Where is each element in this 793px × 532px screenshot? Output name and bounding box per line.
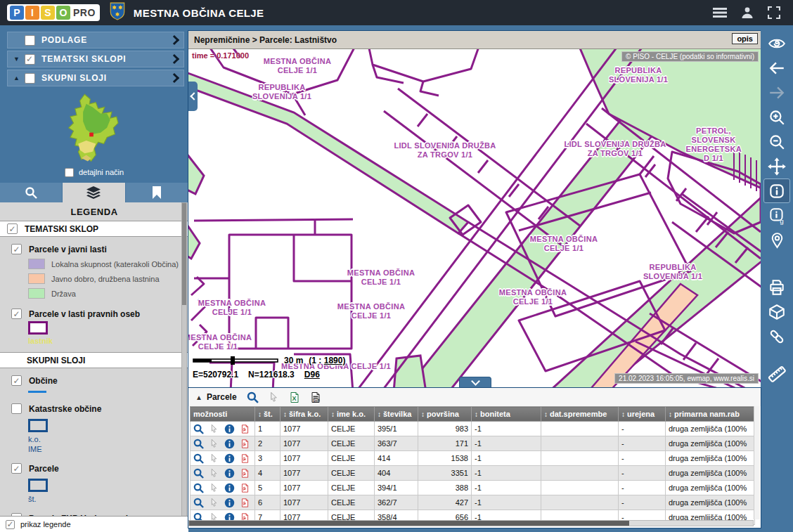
- detail-mode-checkbox[interactable]: [65, 168, 74, 177]
- swatch-label: Lokalna skupnost (katerakoli Občina): [51, 260, 179, 268]
- scale-ratio: (1 : 1890): [309, 356, 345, 365]
- visibility-history-icon[interactable]: [763, 31, 790, 56]
- row-select-button[interactable]: [209, 498, 219, 507]
- tab-layers[interactable]: [63, 183, 125, 202]
- table-select-icon[interactable]: [269, 391, 279, 403]
- map-canvas[interactable]: MESTNA OBČINA CELJE 1/1 REPUBLIKA SLOVEN…: [188, 49, 761, 388]
- row-select-button[interactable]: [209, 468, 219, 478]
- cell-ime: CELJE: [328, 481, 375, 495]
- row-info-button[interactable]: [224, 439, 235, 449]
- row-pdf-button[interactable]: [240, 424, 250, 434]
- row-select-button[interactable]: [209, 453, 219, 463]
- tab-bookmarks[interactable]: [126, 183, 188, 202]
- logo-letter: I: [25, 6, 39, 20]
- col-stevilka[interactable]: ↕številka: [375, 407, 418, 422]
- row-select-button[interactable]: [209, 439, 219, 448]
- row-zoom-button[interactable]: [193, 483, 204, 493]
- location-pin-icon[interactable]: [763, 228, 790, 252]
- obcine-checkbox[interactable]: [11, 375, 22, 386]
- col-urejena[interactable]: ↕urejena: [619, 407, 666, 422]
- legend-scrollbar[interactable]: [181, 202, 187, 517]
- share-link-icon[interactable]: [763, 324, 790, 349]
- col-sifra-ko[interactable]: ↕šifra k.o.: [281, 407, 328, 422]
- info-group-icon[interactable]: g: [763, 203, 790, 228]
- tematski-sklop-checkbox[interactable]: [7, 223, 18, 234]
- row-select-button[interactable]: [209, 424, 219, 434]
- tab-search[interactable]: [0, 183, 63, 202]
- table-vertical-scrollbar[interactable]: [754, 406, 760, 519]
- table-collapse-toggle[interactable]: ▲ Parcele: [195, 392, 237, 402]
- row-pdf-button[interactable]: [240, 439, 250, 449]
- row-zoom-button[interactable]: [193, 424, 204, 434]
- user-icon[interactable]: [741, 6, 754, 19]
- scrollbar-thumb[interactable]: [189, 521, 629, 526]
- piso-logo[interactable]: P I S O PRO: [7, 4, 100, 21]
- col-st[interactable]: ↕št.: [255, 407, 281, 422]
- row-info-button[interactable]: [224, 498, 235, 508]
- datum-link[interactable]: D96: [304, 370, 320, 379]
- timestamp-badge: 21.02.2023 16:05:05, ewmap, www.realis.s…: [614, 373, 759, 384]
- sidebar-collapse-tab[interactable]: [188, 82, 198, 111]
- row-info-button[interactable]: [224, 483, 235, 493]
- scale-ratio-link[interactable]: 1890: [324, 356, 343, 365]
- zoom-in-icon[interactable]: [763, 105, 790, 129]
- accordion-tematski-sklopi[interactable]: ▼ TEMATSKI SKLOPI: [7, 51, 184, 67]
- forward-icon[interactable]: [763, 80, 790, 105]
- measure-icon[interactable]: [763, 361, 790, 386]
- opis-button[interactable]: opis: [732, 33, 758, 44]
- katastrske-checkbox[interactable]: [11, 403, 22, 414]
- row-select-button[interactable]: [209, 483, 219, 493]
- row-info-button[interactable]: [224, 424, 235, 434]
- excel-export-icon[interactable]: X: [289, 391, 300, 403]
- row-pdf-button[interactable]: [240, 498, 250, 508]
- row-pdf-button[interactable]: [240, 483, 250, 493]
- pan-icon[interactable]: [763, 154, 790, 179]
- cell-sifra: 1077: [281, 422, 328, 436]
- menu-icon[interactable]: [713, 7, 727, 18]
- print-icon[interactable]: [763, 275, 790, 299]
- table-search-icon[interactable]: [247, 391, 259, 403]
- parcele-pravne-checkbox[interactable]: [11, 309, 22, 319]
- table-collapse-button[interactable]: [459, 377, 491, 388]
- 3d-view-icon[interactable]: [763, 299, 790, 324]
- map-breadcrumb-bar: Nepremičnine > Parcele: Lastništvo opis: [188, 31, 761, 49]
- col-ime-ko[interactable]: ↕ime k.o.: [328, 407, 375, 422]
- row-zoom-button[interactable]: [193, 453, 204, 464]
- col-boniteta[interactable]: ↕boniteta: [472, 407, 541, 422]
- shp-export-icon[interactable]: SHP: [310, 391, 321, 403]
- prikaz-legende-label: prikaz legende: [20, 520, 71, 528]
- legend-swatch-row: Država: [0, 286, 188, 301]
- parcele-checkbox[interactable]: [11, 463, 22, 474]
- triangle-down-icon[interactable]: ▼: [13, 56, 25, 63]
- parcele-sublabel: št.: [0, 494, 188, 504]
- row-zoom-button[interactable]: [193, 468, 204, 479]
- piso-app: P I S O PRO MESTNA OBČINA CELJE: [0, 0, 793, 532]
- municipality-overview-map[interactable]: [41, 93, 147, 164]
- section-title: TEMATSKI SKLOP: [25, 224, 98, 234]
- row-zoom-button[interactable]: [193, 439, 204, 449]
- row-pdf-button[interactable]: [240, 453, 250, 464]
- row-info-button[interactable]: [224, 468, 235, 479]
- accordion-podlage[interactable]: PODLAGE: [7, 32, 184, 48]
- triangle-up-icon[interactable]: ▲: [13, 74, 25, 82]
- cell-povrsina: 388: [418, 481, 472, 495]
- podlage-checkbox[interactable]: [25, 35, 35, 46]
- fullscreen-icon[interactable]: [768, 6, 780, 19]
- prikaz-legende-checkbox[interactable]: [6, 520, 15, 529]
- col-dat-spremembe[interactable]: ↕dat.spremembe: [541, 407, 619, 422]
- cell-urejena: -: [619, 451, 666, 466]
- zoom-out-icon[interactable]: [763, 129, 790, 154]
- skupni-sloji-checkbox[interactable]: [25, 73, 35, 84]
- col-primarna[interactable]: ↕primarna nam.rab: [666, 407, 755, 422]
- back-icon[interactable]: [763, 56, 790, 80]
- tematski-sklopi-checkbox[interactable]: [25, 54, 35, 65]
- info-tool-icon[interactable]: [763, 179, 790, 203]
- row-zoom-button[interactable]: [193, 498, 204, 508]
- col-povrsina[interactable]: ↕površina: [418, 407, 472, 422]
- parcele-javni-checkbox[interactable]: [11, 244, 22, 254]
- accordion-skupni-sloji[interactable]: ▲ SKUPNI SLOJI: [7, 70, 184, 86]
- row-info-button[interactable]: [224, 453, 235, 464]
- table-horizontal-scrollbar[interactable]: [188, 520, 754, 526]
- legend-scrollbar-thumb[interactable]: [182, 203, 186, 305]
- row-pdf-button[interactable]: [240, 468, 250, 479]
